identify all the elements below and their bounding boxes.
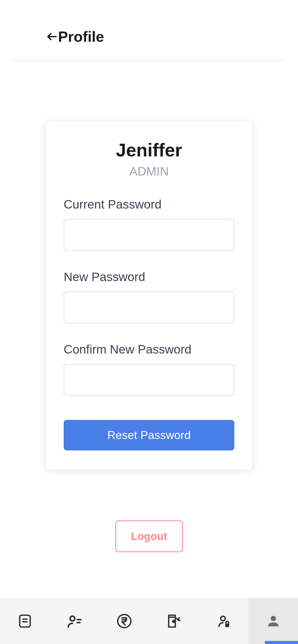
user-list-icon xyxy=(66,612,84,630)
user-lock-icon xyxy=(216,613,232,629)
user-name: Jeniffer xyxy=(64,140,234,160)
bottom-nav xyxy=(0,598,298,644)
current-password-label: Current Password xyxy=(64,197,234,211)
nav-item-exit[interactable] xyxy=(149,598,199,644)
current-password-group: Current Password xyxy=(64,197,234,251)
nav-item-profile[interactable] xyxy=(248,598,298,644)
nav-item-security[interactable] xyxy=(199,598,248,644)
nav-item-payments[interactable] xyxy=(99,598,149,644)
back-icon[interactable] xyxy=(46,31,58,43)
new-password-group: New Password xyxy=(64,270,234,323)
note-icon xyxy=(17,613,33,629)
current-password-input[interactable] xyxy=(64,219,234,251)
nav-item-contacts[interactable] xyxy=(50,598,99,644)
door-exit-icon xyxy=(166,613,182,629)
confirm-password-input[interactable] xyxy=(64,364,234,396)
svg-point-10 xyxy=(172,620,174,622)
page-title: Profile xyxy=(58,28,104,45)
new-password-input[interactable] xyxy=(64,291,234,323)
new-password-label: New Password xyxy=(64,270,234,284)
reset-password-button[interactable]: Reset Password xyxy=(64,420,234,450)
rupee-icon xyxy=(116,613,132,629)
header: Profile xyxy=(13,0,285,61)
nav-item-notes[interactable] xyxy=(0,598,50,644)
confirm-password-group: Confirm New Password xyxy=(64,342,234,396)
svg-point-11 xyxy=(221,616,225,621)
logout-button[interactable]: Logout xyxy=(115,520,183,552)
user-role: ADMIN xyxy=(64,164,234,178)
confirm-password-label: Confirm New Password xyxy=(64,342,234,356)
profile-card: Jeniffer ADMIN Current Password New Pass… xyxy=(46,122,252,470)
svg-point-13 xyxy=(270,616,276,621)
svg-point-4 xyxy=(70,616,75,621)
nav-active-indicator xyxy=(265,641,298,644)
person-icon xyxy=(265,613,281,629)
